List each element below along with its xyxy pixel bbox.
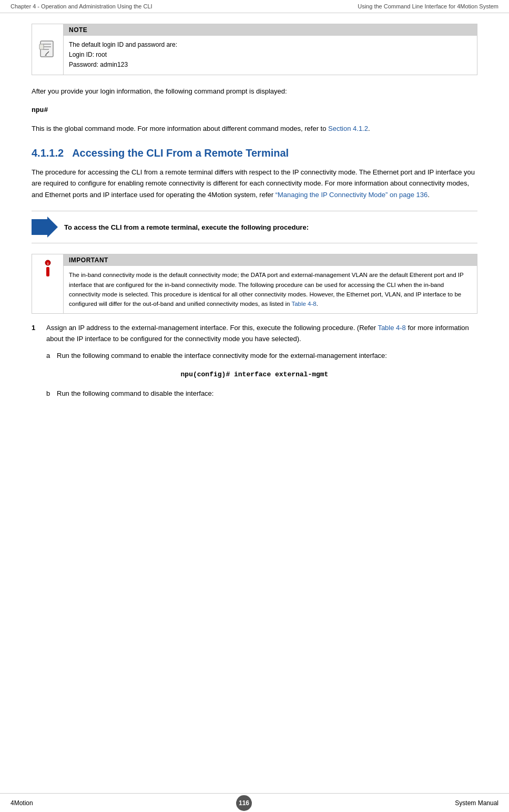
note-line2: Login ID: root bbox=[69, 50, 472, 60]
note-line1: The default login ID and password are: bbox=[69, 40, 472, 50]
step-1b: b Run the following command to disable t… bbox=[46, 388, 477, 399]
table-4-8-link-step1[interactable]: Table 4-8 bbox=[378, 324, 405, 332]
important-text-end: . bbox=[317, 301, 318, 307]
footer-left: 4Motion bbox=[11, 799, 33, 807]
important-text: The in-band connectivity mode is the def… bbox=[69, 272, 464, 307]
note-icon bbox=[38, 40, 57, 59]
important-content: IMPORTANT The in-band connectivity mode … bbox=[64, 254, 477, 313]
para2-prefix: This is the global command mode. For mor… bbox=[32, 125, 328, 132]
procedure-arrow-icon bbox=[32, 217, 58, 238]
para3-suffix: . bbox=[427, 191, 430, 199]
page-content: NOTE The default login ID and password a… bbox=[0, 13, 509, 434]
important-body: The in-band connectivity mode is the def… bbox=[64, 266, 477, 313]
note-icon-area bbox=[32, 24, 64, 75]
svg-text:i: i bbox=[47, 261, 48, 266]
step-1b-text: Run the following command to disable the… bbox=[57, 388, 213, 399]
svg-marker-7 bbox=[32, 217, 58, 238]
note-header: NOTE bbox=[64, 24, 477, 36]
para3: The procedure for accessing the CLI from… bbox=[32, 167, 477, 200]
important-icon: i bbox=[42, 260, 54, 279]
npu-prompt-para: npu# bbox=[32, 104, 477, 116]
code-block: npu(config)# interface external-mgmt bbox=[32, 368, 477, 381]
step-1a: a Run the following command to enable th… bbox=[46, 350, 477, 361]
important-box: i IMPORTANT The in-band connectivity mod… bbox=[32, 254, 477, 314]
para2-suffix: . bbox=[368, 125, 370, 132]
npu-prompt: npu# bbox=[32, 106, 48, 114]
step-1b-letter: b bbox=[46, 388, 57, 399]
para1: After you provide your login information… bbox=[32, 86, 477, 97]
header-left: Chapter 4 - Operation and Administration… bbox=[11, 3, 152, 9]
page-footer: 4Motion 116 System Manual bbox=[0, 793, 509, 812]
important-header: IMPORTANT bbox=[64, 254, 477, 266]
note-box: NOTE The default login ID and password a… bbox=[32, 24, 477, 75]
section-heading: 4.1.1.2Accessing the CLI From a Remote T… bbox=[32, 147, 477, 159]
connectivity-mode-link[interactable]: “Managing the IP Connectivity Mode” on p… bbox=[276, 191, 428, 199]
step1-prefix: Assign an IP address to the external-man… bbox=[46, 324, 378, 332]
section-412-link[interactable]: Section 4.1.2 bbox=[328, 125, 368, 132]
step-1: 1 Assign an IP address to the external-m… bbox=[32, 322, 477, 345]
section-title: Accessing the CLI From a Remote Terminal bbox=[72, 147, 289, 159]
header-right: Using the Command Line Interface for 4Mo… bbox=[358, 3, 498, 9]
procedure-box: To access the CLI from a remote terminal… bbox=[32, 211, 477, 243]
procedure-label: To access the CLI from a remote terminal… bbox=[64, 223, 309, 231]
step-1a-text: Run the following command to enable the … bbox=[57, 350, 387, 361]
section-number: 4.1.1.2 bbox=[32, 147, 64, 159]
note-line3: Password: admin123 bbox=[69, 60, 472, 70]
svg-rect-4 bbox=[39, 44, 44, 49]
footer-right: System Manual bbox=[455, 799, 498, 807]
important-icon-area: i bbox=[32, 254, 64, 313]
page-header: Chapter 4 - Operation and Administration… bbox=[0, 0, 509, 13]
step-1a-letter: a bbox=[46, 350, 57, 361]
para2: This is the global command mode. For mor… bbox=[32, 123, 477, 134]
note-body: The default login ID and password are: L… bbox=[64, 36, 477, 75]
svg-rect-10 bbox=[46, 267, 49, 276]
step-1-num: 1 bbox=[32, 322, 46, 345]
note-content: NOTE The default login ID and password a… bbox=[64, 24, 477, 75]
page-number-badge: 116 bbox=[236, 795, 252, 811]
step-1-text: Assign an IP address to the external-man… bbox=[46, 322, 477, 345]
table-4-8-link-important[interactable]: Table 4-8 bbox=[291, 301, 316, 307]
